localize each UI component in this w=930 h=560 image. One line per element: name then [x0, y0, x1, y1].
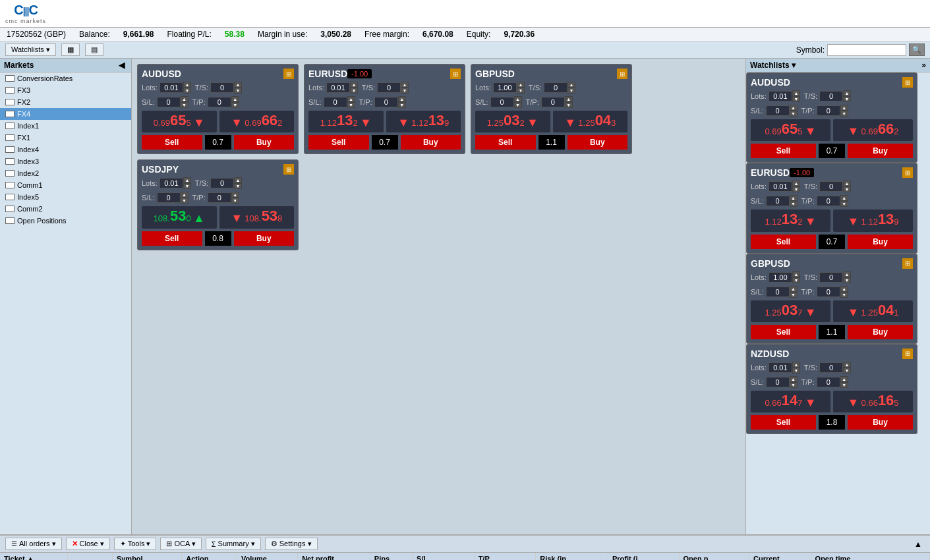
- ts-up-button[interactable]: ▲: [567, 82, 575, 88]
- lots-input[interactable]: [769, 362, 792, 373]
- table-col-8[interactable]: T/P: [474, 553, 536, 560]
- lots-up-button[interactable]: ▲: [183, 82, 191, 88]
- ts-up-button[interactable]: ▲: [843, 90, 851, 96]
- sl-down-button[interactable]: ▼: [514, 102, 522, 108]
- symbol-input[interactable]: [827, 44, 906, 56]
- sell-button[interactable]: Sell: [475, 135, 536, 150]
- tp-input[interactable]: [817, 377, 840, 387]
- sell-button[interactable]: Sell: [751, 415, 816, 430]
- symbol-search-button[interactable]: 🔍: [909, 43, 925, 56]
- table-col-4[interactable]: Volume: [237, 553, 298, 560]
- sl-input[interactable]: [766, 105, 790, 116]
- table-col-2[interactable]: Symbol: [112, 553, 181, 560]
- buy-button[interactable]: Buy: [234, 231, 295, 246]
- ts-down-button[interactable]: ▼: [567, 88, 575, 94]
- right-watchlists-label[interactable]: Watchlists ▾: [750, 61, 796, 70]
- buy-button[interactable]: Buy: [401, 135, 461, 150]
- tp-down-button[interactable]: ▼: [231, 198, 239, 204]
- lots-input[interactable]: [160, 178, 183, 188]
- lots-down-button[interactable]: ▼: [792, 277, 800, 283]
- sidebar-item-open-positions[interactable]: Open Positions: [0, 215, 131, 227]
- lots-input[interactable]: [769, 272, 792, 283]
- sl-down-button[interactable]: ▼: [790, 292, 798, 298]
- table-col-11[interactable]: Open p...: [679, 553, 749, 560]
- sell-button[interactable]: Sell: [308, 135, 369, 150]
- tp-input[interactable]: [817, 287, 840, 297]
- buy-button[interactable]: Buy: [848, 235, 913, 249]
- lots-input[interactable]: [769, 91, 792, 101]
- lots-down-button[interactable]: ▼: [517, 88, 525, 94]
- card-settings-icon[interactable]: ⊞: [283, 164, 294, 175]
- table-col-12[interactable]: Current: [749, 553, 811, 560]
- tp-up-button[interactable]: ▲: [840, 376, 848, 382]
- ts-up-button[interactable]: ▲: [234, 82, 242, 88]
- card-settings-icon[interactable]: ⊞: [902, 167, 913, 178]
- sell-button[interactable]: Sell: [751, 144, 816, 158]
- sl-down-button[interactable]: ▼: [181, 102, 189, 108]
- all-orders-button[interactable]: ☰ All orders ▾: [5, 538, 62, 550]
- table-col-3[interactable]: Action: [182, 553, 237, 560]
- table-col-0[interactable]: Ticket ▲: [0, 553, 68, 560]
- lots-input[interactable]: [493, 82, 517, 93]
- lots-up-button[interactable]: ▲: [350, 82, 358, 88]
- tp-down-button[interactable]: ▼: [840, 111, 848, 117]
- sl-input[interactable]: [766, 287, 790, 297]
- sidebar-item-fx1[interactable]: FX1: [0, 132, 131, 144]
- sl-input[interactable]: [157, 97, 181, 107]
- table-col-9[interactable]: Risk (in...: [536, 553, 608, 560]
- buy-button[interactable]: Buy: [848, 325, 913, 339]
- ts-input[interactable]: [819, 91, 843, 101]
- sell-button[interactable]: Sell: [751, 325, 816, 339]
- sidebar-collapse-icon[interactable]: ◀: [116, 61, 127, 70]
- card-settings-icon[interactable]: ⊞: [902, 258, 913, 269]
- lots-down-button[interactable]: ▼: [183, 183, 191, 189]
- ts-input[interactable]: [819, 272, 843, 283]
- sl-down-button[interactable]: ▼: [790, 111, 798, 117]
- sidebar-item-conversionrates[interactable]: ConversionRates: [0, 72, 131, 84]
- close-button[interactable]: ✕ Close ▾: [66, 538, 110, 550]
- lots-down-button[interactable]: ▼: [792, 96, 800, 102]
- sl-up-button[interactable]: ▲: [347, 96, 355, 102]
- sl-down-button[interactable]: ▼: [181, 198, 189, 204]
- sl-up-button[interactable]: ▲: [181, 96, 189, 102]
- sl-up-button[interactable]: ▲: [790, 286, 798, 292]
- tp-input[interactable]: [208, 97, 231, 107]
- sidebar-item-index2[interactable]: Index2: [0, 167, 131, 179]
- sidebar-item-comm1[interactable]: Comm1: [0, 179, 131, 191]
- watchlists-button[interactable]: Watchlists ▾: [5, 43, 56, 56]
- lots-down-button[interactable]: ▼: [183, 88, 191, 94]
- sl-input[interactable]: [157, 192, 181, 203]
- tp-down-button[interactable]: ▼: [565, 102, 573, 108]
- lots-down-button[interactable]: ▼: [350, 88, 358, 94]
- sl-down-button[interactable]: ▼: [790, 201, 798, 207]
- tp-up-button[interactable]: ▲: [565, 96, 573, 102]
- lots-up-button[interactable]: ▲: [517, 82, 525, 88]
- sidebar-item-fx3[interactable]: FX3: [0, 84, 131, 96]
- tp-input[interactable]: [817, 105, 840, 116]
- sl-down-button[interactable]: ▼: [790, 382, 798, 388]
- ts-down-button[interactable]: ▼: [843, 96, 851, 102]
- card-settings-icon[interactable]: ⊞: [617, 69, 627, 79]
- table-col-5[interactable]: Net profit: [298, 553, 370, 560]
- sl-up-button[interactable]: ▲: [790, 105, 798, 111]
- lots-down-button[interactable]: ▼: [792, 368, 800, 374]
- tp-up-button[interactable]: ▲: [398, 96, 406, 102]
- ts-up-button[interactable]: ▲: [843, 181, 851, 186]
- sidebar-item-fx2[interactable]: FX2: [0, 96, 131, 108]
- tp-down-button[interactable]: ▼: [398, 102, 406, 108]
- sl-input[interactable]: [766, 377, 790, 387]
- ts-input[interactable]: [210, 82, 234, 93]
- lots-up-button[interactable]: ▲: [792, 362, 800, 368]
- buy-button[interactable]: Buy: [234, 135, 295, 150]
- lots-up-button[interactable]: ▲: [792, 181, 800, 186]
- ts-down-button[interactable]: ▼: [843, 186, 851, 192]
- ts-up-button[interactable]: ▲: [843, 362, 851, 368]
- ts-down-button[interactable]: ▼: [843, 277, 851, 283]
- sidebar-item-index4[interactable]: Index4: [0, 144, 131, 155]
- tp-input[interactable]: [541, 97, 565, 107]
- tp-down-button[interactable]: ▼: [840, 292, 848, 298]
- ts-down-button[interactable]: ▼: [401, 88, 409, 94]
- right-panel-expand-icon[interactable]: »: [921, 61, 926, 70]
- table-col-1[interactable]: [68, 553, 112, 560]
- buy-button[interactable]: Buy: [567, 135, 628, 150]
